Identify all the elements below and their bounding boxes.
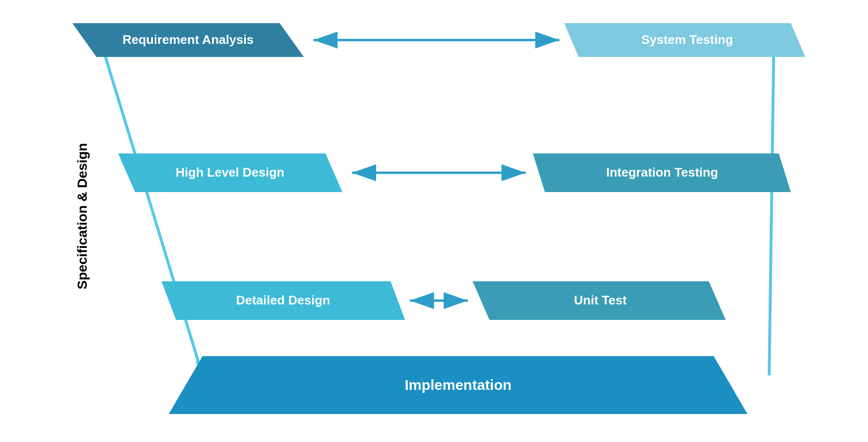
unit-test-label: Unit Test	[574, 293, 627, 307]
specification-design-label: Specification & Design	[75, 143, 90, 289]
system-testing-label: System Testing	[641, 32, 733, 47]
implementation-label: Implementation	[405, 377, 512, 393]
integration-testing-label: Integration Testing	[606, 165, 718, 180]
high-level-design-label: High Level Design	[176, 165, 284, 180]
detailed-design-label: Detailed Design	[236, 293, 330, 307]
svg-line-2	[769, 35, 774, 375]
svg-line-0	[99, 35, 203, 375]
v-model-diagram: Requirement Analysis System Testing High…	[24, 9, 844, 433]
requirement-analysis-label: Requirement Analysis	[122, 32, 254, 47]
